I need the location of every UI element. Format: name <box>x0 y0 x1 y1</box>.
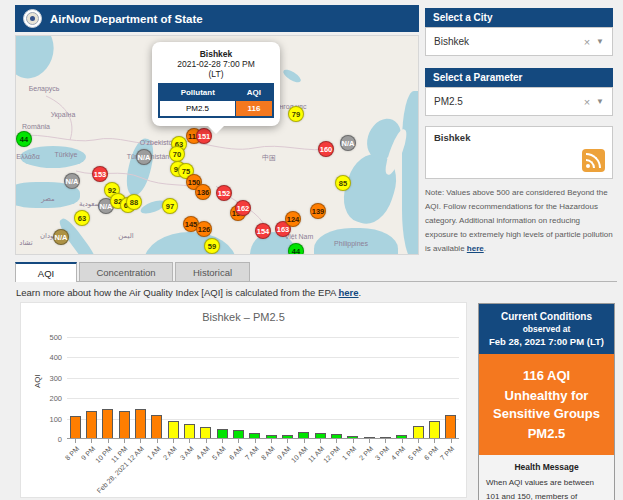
aqi-marker[interactable]: 136 <box>195 184 211 200</box>
x-tick-label: 11 AM <box>306 445 325 464</box>
aqi-marker[interactable]: 44 <box>288 243 304 255</box>
cc-aqi-category: Unhealthy for Sensitive Groups <box>485 387 608 422</box>
y-tick-label: 400 <box>49 353 62 362</box>
aqi-marker[interactable]: 160 <box>318 141 334 157</box>
popup-table: Pollutant AQI PM2.5 116 <box>158 83 274 118</box>
aqi-marker[interactable]: 152 <box>216 185 232 201</box>
parameter-caret-icon[interactable]: ▼ <box>596 97 604 106</box>
aqi-marker[interactable]: 70 <box>169 146 185 162</box>
aqi-bar[interactable] <box>151 415 162 439</box>
aqi-bar[interactable] <box>70 416 81 439</box>
x-tick <box>287 439 288 443</box>
aqi-marker[interactable]: N/A <box>64 173 80 189</box>
aqi-marker[interactable]: 44 <box>16 131 32 147</box>
tab-aqi[interactable]: AQI <box>15 262 77 282</box>
aqi-marker[interactable]: 153 <box>92 166 108 182</box>
map-place-label: Ελλάδα <box>16 153 40 160</box>
feed-box: Bishkek <box>425 126 613 179</box>
map-place-label: Philippines <box>334 240 368 247</box>
aqi-bar[interactable] <box>184 424 195 439</box>
aqi-marker[interactable]: N/A <box>136 149 152 165</box>
parameter-select[interactable]: PM2.5 × ▼ <box>425 87 613 116</box>
aqi-marker[interactable]: 126 <box>196 221 212 237</box>
chart-bar-slot: 4 PM <box>394 337 410 439</box>
note-here-link[interactable]: here <box>467 244 484 253</box>
map-place-label: تشاد <box>19 239 32 247</box>
aqi-marker[interactable]: 162 <box>235 200 251 216</box>
learn-more-prefix: Learn more about how the Air Quality Ind… <box>16 287 338 298</box>
parameter-select-value: PM2.5 <box>434 96 578 107</box>
chart-bars: 8 PM9 PM10 PM11 PMFeb 28, 2021 12 AM1 AM… <box>67 337 459 439</box>
chart-bar-slot: 6 AM <box>230 337 246 439</box>
cc-parameter: PM2.5 <box>485 426 608 441</box>
chart-bar-slot: 8 AM <box>263 337 279 439</box>
x-tick <box>140 439 141 443</box>
aqi-marker[interactable]: 139 <box>310 203 326 219</box>
city-select[interactable]: Bishkek × ▼ <box>425 27 613 56</box>
x-tick-label: 4 PM <box>390 445 407 462</box>
aqi-bar[interactable] <box>168 421 179 439</box>
dos-seal-icon <box>23 9 42 28</box>
aqi-bar[interactable] <box>135 409 146 439</box>
city-clear-icon[interactable]: × <box>578 36 596 48</box>
aqi-bar[interactable] <box>445 415 456 439</box>
x-tick <box>434 439 435 443</box>
tab-concentration[interactable]: Concentration <box>79 262 173 281</box>
chart-bar-slot: 8 PM <box>67 337 83 439</box>
chart-bar-slot: 2 AM <box>165 337 181 439</box>
x-tick <box>91 439 92 443</box>
x-tick-label: 3 PM <box>374 445 391 462</box>
x-tick <box>451 439 452 443</box>
aqi-marker[interactable]: 63 <box>74 210 90 226</box>
aqi-marker[interactable]: 124 <box>285 211 301 227</box>
aqi-marker[interactable]: N/A <box>340 135 356 151</box>
parameter-select-label: Select a Parameter <box>425 68 613 87</box>
chart-bar-slot: 3 AM <box>181 337 197 439</box>
chart-title: Bishkek – PM2.5 <box>21 311 466 323</box>
parameter-clear-icon[interactable]: × <box>578 96 596 108</box>
aqi-marker[interactable]: 154 <box>255 223 271 239</box>
x-tick-label: 6 AM <box>227 445 243 461</box>
x-tick <box>157 439 158 443</box>
chart-bar-slot: 1 PM <box>345 337 361 439</box>
rss-feed-icon[interactable] <box>582 149 605 172</box>
popup-aqi-header: AQI <box>235 84 273 101</box>
cc-health-block: Health Message When AQI values are betwe… <box>479 455 614 500</box>
x-tick <box>271 439 272 443</box>
x-tick <box>108 439 109 443</box>
x-tick-label: 3 AM <box>178 445 194 461</box>
aqi-marker[interactable]: 88 <box>126 194 142 210</box>
x-tick <box>206 439 207 443</box>
aqi-bar[interactable] <box>102 409 113 439</box>
chart-bar-slot: 7 AM <box>247 337 263 439</box>
learn-more-suffix: . <box>359 287 362 298</box>
chart-bar-slot: 7 PM <box>443 337 459 439</box>
aqi-bar[interactable] <box>429 421 440 439</box>
x-tick-label: 7 PM <box>439 445 456 462</box>
aqi-marker[interactable]: 85 <box>335 175 351 191</box>
learn-more-here-link[interactable]: here <box>338 287 358 298</box>
aqi-bar[interactable] <box>86 411 97 439</box>
aqi-marker[interactable]: N/A <box>53 229 69 245</box>
aqi-bar[interactable] <box>413 426 424 439</box>
aqi-bar[interactable] <box>119 411 130 439</box>
x-tick <box>320 439 321 443</box>
app-title: AirNow Department of State <box>50 13 203 25</box>
parameter-select-box: Select a Parameter PM2.5 × ▼ <box>425 68 613 116</box>
aqi-marker[interactable]: 79 <box>288 106 304 122</box>
aqi-note: Note: Values above 500 are considered Be… <box>425 186 615 256</box>
x-tick-label: 5 AM <box>211 445 227 461</box>
x-tick <box>418 439 419 443</box>
chart-bar-slot: 9 AM <box>279 337 295 439</box>
map-popup: Bishkek 2021-02-28 7:00 PM (LT) Pollutan… <box>152 42 280 126</box>
city-select-value: Bishkek <box>434 36 578 47</box>
tab-historical[interactable]: Historical <box>175 262 250 281</box>
popup-city: Bishkek <box>158 49 274 59</box>
aqi-marker[interactable]: 59 <box>204 238 220 254</box>
popup-local-time: (LT) <box>158 69 274 79</box>
aqi-marker[interactable]: 97 <box>162 198 178 214</box>
chart-bar-slot: 6 PM <box>426 337 442 439</box>
chart-bar-slot: 4 AM <box>198 337 214 439</box>
aqi-map[interactable]: БеларусьУкраїнаRomâniaΕλλάδαTürkiyeTürkm… <box>15 35 419 255</box>
city-caret-icon[interactable]: ▼ <box>596 37 604 46</box>
